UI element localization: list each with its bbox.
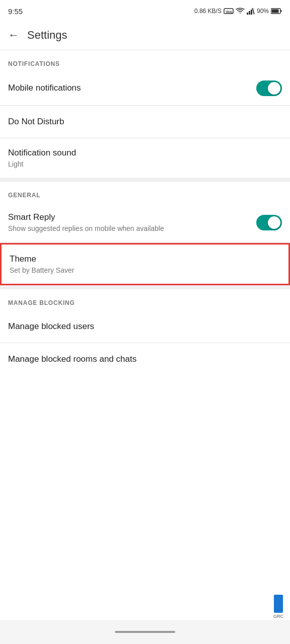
item-title-manage-blocked-users: Manage blocked users — [8, 321, 282, 332]
settings-list: NOTIFICATIONS Mobile notifications Do No… — [0, 50, 290, 375]
toggle-mobile-notifications[interactable] — [256, 80, 282, 96]
status-bar: 9:55 0.86 KB/S VoLTE 90% — [0, 0, 290, 20]
svg-rect-3 — [249, 11, 250, 15]
volte-icon: VoLTE — [224, 8, 234, 15]
section-general: GENERAL Smart Reply Show suggested repli… — [0, 182, 290, 285]
section-header-manage-blocking: MANAGE BLOCKING — [0, 289, 290, 310]
section-header-notifications: NOTIFICATIONS — [0, 50, 290, 71]
status-right: 0.86 KB/S VoLTE 90% — [194, 8, 282, 15]
svg-rect-2 — [247, 13, 248, 15]
icon-label: GRC — [273, 614, 283, 619]
app-bar: ← Settings — [0, 20, 290, 50]
section-notifications: NOTIFICATIONS Mobile notifications Do No… — [0, 50, 290, 178]
item-title-manage-blocked-rooms: Manage blocked rooms and chats — [8, 354, 282, 365]
item-subtitle-smart-reply: Show suggested replies on mobile when av… — [8, 224, 256, 233]
toggle-smart-reply[interactable] — [256, 215, 282, 230]
network-speed: 0.86 KB/S — [194, 8, 222, 15]
svg-rect-8 — [272, 10, 279, 13]
status-time: 9:55 — [8, 7, 23, 16]
item-title-do-not-disturb: Do Not Disturb — [8, 116, 282, 127]
item-subtitle-notification-sound: Light — [8, 159, 282, 169]
settings-item-do-not-disturb[interactable]: Do Not Disturb — [0, 106, 290, 138]
settings-item-smart-reply[interactable]: Smart Reply Show suggested replies on mo… — [0, 203, 290, 242]
battery-icon — [271, 8, 282, 14]
signal-icon — [247, 8, 255, 15]
settings-item-manage-blocked-rooms[interactable]: Manage blocked rooms and chats — [0, 343, 290, 375]
settings-item-manage-blocked-users[interactable]: Manage blocked users — [0, 310, 290, 343]
scroll-indicator — [274, 595, 283, 613]
wifi-icon — [236, 8, 245, 15]
section-divider — [0, 178, 290, 182]
toggle-thumb — [268, 216, 280, 229]
svg-text:VoLTE: VoLTE — [226, 10, 234, 14]
page-title: Settings — [27, 29, 67, 42]
home-indicator — [115, 631, 175, 633]
item-title-notification-sound: Notification sound — [8, 147, 282, 158]
item-subtitle-theme: Set by Battery Saver — [10, 266, 280, 275]
bottom-right-indicator: GRC — [271, 594, 286, 619]
svg-rect-4 — [251, 10, 252, 15]
toggle-thumb — [268, 82, 280, 95]
back-button[interactable]: ← — [8, 29, 19, 42]
item-title-smart-reply: Smart Reply — [8, 212, 256, 223]
section-manage-blocking: MANAGE BLOCKING Manage blocked users Man… — [0, 289, 290, 375]
settings-item-notification-sound[interactable]: Notification sound Light — [0, 138, 290, 178]
battery-level: 90% — [257, 8, 269, 15]
bottom-bar — [0, 620, 290, 644]
section-divider — [0, 285, 290, 289]
item-title-theme: Theme — [10, 254, 280, 265]
item-title-mobile-notifications: Mobile notifications — [8, 83, 256, 94]
section-header-general: GENERAL — [0, 182, 290, 203]
settings-item-theme[interactable]: Theme Set by Battery Saver — [0, 243, 290, 285]
settings-item-mobile-notifications[interactable]: Mobile notifications — [0, 71, 290, 105]
svg-rect-9 — [281, 10, 282, 12]
